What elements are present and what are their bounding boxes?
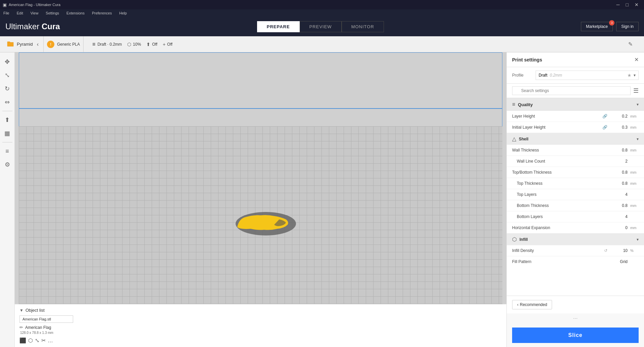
obj-tool-scale[interactable]: ⤡ (35, 337, 39, 344)
toolbar: Pyramid ‹ ! Generic PLA ≡ Draft · 0.2mm … (0, 36, 644, 52)
top-layers-input[interactable] (609, 191, 629, 198)
menu-view[interactable]: View (29, 10, 40, 16)
bottom-thickness-control: mm (609, 203, 639, 209)
top-bottom-thickness-row: Top/Bottom Thickness mm (507, 167, 644, 178)
infill-density-refresh-icon[interactable]: ↺ (604, 248, 607, 253)
object-name-icon: ✏ (19, 325, 23, 330)
print-settings-close-button[interactable]: ✕ (634, 56, 639, 63)
bottom-thickness-label: Bottom Thickness (517, 203, 606, 208)
nav-back-button[interactable]: ‹ (36, 40, 40, 49)
open-folder-button[interactable] (7, 41, 14, 48)
object-tools: ⬛ ⬡ ⤡ ✂ … (19, 337, 502, 344)
menu-extensions[interactable]: Extensions (65, 10, 86, 16)
minimize-button[interactable]: ─ (614, 1, 623, 8)
recommended-button[interactable]: ‹ Recommended (512, 300, 552, 309)
recommended-chevron-icon: ‹ (517, 302, 518, 307)
quality-category-header[interactable]: ≡ Quality ▾ (507, 98, 644, 111)
wall-line-count-input[interactable] (609, 158, 629, 164)
tool-rotate[interactable]: ↻ (1, 83, 13, 95)
fill-pattern-input[interactable] (602, 259, 629, 265)
print-settings-title: Print settings (512, 57, 542, 62)
nav-preview[interactable]: PREVIEW (300, 21, 342, 32)
infill-density-unit: % (630, 249, 639, 253)
object-dims: 128.0 x 78.8 x 1.3 mm (20, 331, 502, 335)
profile-star-icon[interactable]: ★ (627, 73, 632, 78)
nav-monitor[interactable]: MONITOR (342, 21, 384, 32)
tool-seam[interactable]: ≡ (1, 145, 13, 157)
tool-paint[interactable]: ▦ (1, 127, 13, 139)
marketplace-button[interactable]: Marketplace 3 (581, 22, 613, 31)
horizontal-expansion-control: mm (609, 225, 639, 231)
horizontal-expansion-label: Horizontal Expansion (512, 225, 606, 230)
obj-tool-more[interactable]: … (48, 337, 53, 344)
infill-control[interactable]: ⬡ 10% (127, 42, 141, 47)
app-icon: ▣ (3, 2, 7, 7)
edit-button[interactable]: ✎ (624, 41, 637, 47)
infill-chevron-icon: ▾ (637, 237, 639, 242)
obj-tool-split[interactable]: ✂ (41, 337, 46, 344)
settings-menu-icon[interactable]: ☰ (633, 87, 639, 94)
menu-file[interactable]: File (2, 10, 11, 16)
dots-row[interactable]: ··· (507, 313, 644, 323)
menu-settings[interactable]: Settings (44, 10, 60, 16)
initial-layer-height-input[interactable] (609, 124, 629, 130)
bottom-thickness-input[interactable] (609, 203, 629, 209)
tool-move[interactable]: ✥ (1, 56, 13, 68)
wall-thickness-input[interactable] (609, 147, 629, 153)
horizontal-expansion-unit: mm (630, 226, 639, 230)
nav-prepare[interactable]: PREPARE (257, 21, 300, 32)
object-list-title: Object list (26, 308, 45, 313)
adhesion-control[interactable]: + Off (163, 42, 172, 47)
object-list-header[interactable]: ▼ Object list (19, 308, 502, 313)
layer-height-row: Layer Height 🔗 mm (507, 111, 644, 122)
toolbar-printer-section: ! Generic PLA (44, 36, 84, 52)
build-plate-divider (19, 108, 502, 109)
infill-density-input[interactable] (609, 248, 629, 254)
layer-height-input[interactable] (609, 113, 629, 119)
top-thickness-label: Top Thickness (517, 181, 606, 186)
tool-per-model[interactable]: ⚙ (1, 159, 13, 171)
signin-button[interactable]: Sign in (616, 22, 639, 31)
wall-line-count-label: Wall Line Count (517, 159, 606, 164)
tool-scale[interactable]: ⤡ (1, 69, 13, 81)
top-layers-row: Top Layers (507, 189, 644, 200)
menu-preferences[interactable]: Preferences (91, 10, 113, 16)
profile-icons: ★ ▾ (627, 73, 636, 78)
header-right: Marketplace 3 Sign in (581, 22, 639, 31)
shell-category-header[interactable]: △ Shell ▾ (507, 133, 644, 145)
horizontal-expansion-input[interactable] (609, 225, 629, 231)
slice-button[interactable]: Slice (512, 328, 639, 343)
object-name: American Flag (25, 325, 51, 330)
print-mode-button[interactable]: ≡ Draft · 0.2mm (92, 41, 122, 47)
3d-model[interactable] (227, 205, 294, 235)
obj-tool-move[interactable]: ⬛ (19, 337, 26, 344)
tool-support[interactable]: ⬆ (1, 114, 13, 126)
printer-indicator: ! (47, 41, 54, 48)
settings-list: ≡ Quality ▾ Layer Height 🔗 mm Initial La… (507, 98, 644, 296)
infill-category-header[interactable]: ⬡ Infill ▾ (507, 233, 644, 245)
adhesion-label: Off (167, 42, 172, 47)
initial-layer-link-icon: 🔗 (602, 125, 607, 130)
slice-area: Slice (507, 323, 644, 347)
search-input[interactable] (512, 86, 631, 95)
initial-layer-height-unit: mm (630, 125, 639, 129)
tool-mirror[interactable]: ⇔ (1, 96, 13, 108)
menu-edit[interactable]: Edit (15, 10, 24, 16)
menu-help[interactable]: Help (118, 10, 128, 16)
profile-select[interactable]: Draft 0.2mm ★ ▾ (536, 71, 639, 80)
bottom-layers-input[interactable] (609, 214, 629, 220)
menu-bar: File Edit View Settings Extensions Prefe… (0, 9, 644, 17)
close-button[interactable]: ✕ (632, 1, 641, 8)
top-thickness-input[interactable] (609, 180, 629, 186)
maximize-button[interactable]: □ (623, 1, 631, 8)
quality-category-title: Quality (518, 102, 533, 107)
viewport[interactable]: ▼ Object list American Flag.stl ✏ Americ… (15, 52, 506, 347)
search-wrapper: 🔍 (512, 86, 631, 95)
support-control[interactable]: ⬆ Off (146, 42, 157, 47)
obj-tool-infill[interactable]: ⬡ (28, 337, 33, 344)
top-thickness-row: Top Thickness mm (507, 178, 644, 189)
infill-category-icon: ⬡ (512, 236, 517, 243)
top-bottom-thickness-input[interactable] (609, 169, 629, 175)
infill-category-left: ⬡ Infill (512, 236, 528, 243)
wall-line-count-control (609, 158, 639, 164)
